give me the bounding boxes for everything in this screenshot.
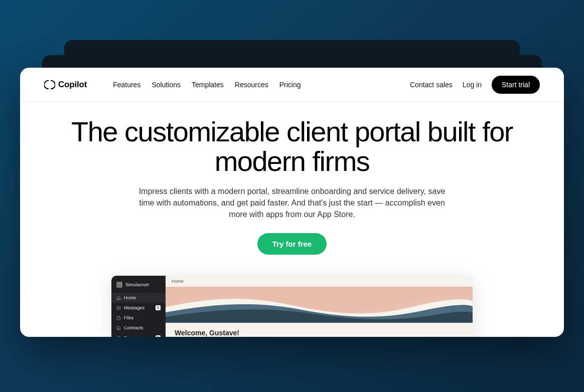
main-card: Copilot Features Solutions Templates Res… (20, 68, 564, 337)
nav-links: Features Solutions Templates Resources P… (113, 81, 301, 89)
sidebar-item-forms[interactable]: Forms1 (111, 333, 166, 337)
preview-welcome-text: Welcome, Gustave! (166, 323, 473, 337)
preview-sidebar: Simulacrum HomeMessages1FilesContractsFo… (111, 276, 166, 337)
nav-link-solutions[interactable]: Solutions (152, 81, 181, 89)
home-icon (116, 296, 121, 300)
nav-link-resources[interactable]: Resources (235, 81, 268, 89)
start-trial-button[interactable]: Start trial (492, 76, 540, 94)
nav-link-pricing[interactable]: Pricing (279, 81, 301, 89)
nav-link-templates[interactable]: Templates (192, 81, 224, 89)
sidebar-item-home[interactable]: Home (111, 293, 166, 303)
sidebar-item-messages[interactable]: Messages1 (111, 303, 166, 313)
contact-sales-link[interactable]: Contact sales (410, 81, 453, 89)
hero-title: The customizable client portal built for… (60, 117, 524, 176)
sidebar-item-files[interactable]: Files (111, 313, 166, 323)
top-nav: Copilot Features Solutions Templates Res… (20, 68, 564, 102)
nav-right: Contact sales Log in Start trial (410, 76, 540, 94)
workspace-name: Simulacrum (125, 282, 150, 287)
preview-main: Home Welcome, Gustave! (166, 276, 473, 337)
try-free-button[interactable]: Try for free (257, 233, 327, 255)
workspace-icon (116, 282, 122, 288)
hero-subtitle: Impress clients with a modern portal, st… (131, 185, 453, 221)
preview-workspace[interactable]: Simulacrum (111, 280, 166, 293)
product-preview: Simulacrum HomeMessages1FilesContractsFo… (111, 276, 473, 337)
contracts-icon (116, 326, 121, 330)
sidebar-item-contracts[interactable]: Contracts (111, 323, 166, 333)
sidebar-item-label: Home (124, 295, 136, 300)
brand-name: Copilot (58, 80, 87, 90)
sidebar-item-label: Contracts (124, 325, 143, 330)
sidebar-badge: 1 (156, 335, 161, 337)
login-link[interactable]: Log in (463, 81, 482, 89)
sidebar-item-label: Messages (124, 305, 144, 310)
messages-icon (116, 306, 121, 310)
preview-hero-wave (166, 287, 473, 323)
sidebar-item-label: Files (124, 315, 133, 320)
files-icon (116, 316, 121, 320)
preview-breadcrumb: Home (166, 276, 473, 287)
sidebar-item-label: Forms (124, 335, 137, 337)
forms-icon (116, 336, 121, 337)
logo-mark-icon (44, 79, 55, 90)
sidebar-badge: 1 (156, 305, 161, 310)
hero-section: The customizable client portal built for… (20, 102, 564, 267)
brand-logo[interactable]: Copilot (44, 79, 87, 90)
nav-link-features[interactable]: Features (113, 81, 140, 89)
svg-rect-1 (117, 336, 120, 337)
